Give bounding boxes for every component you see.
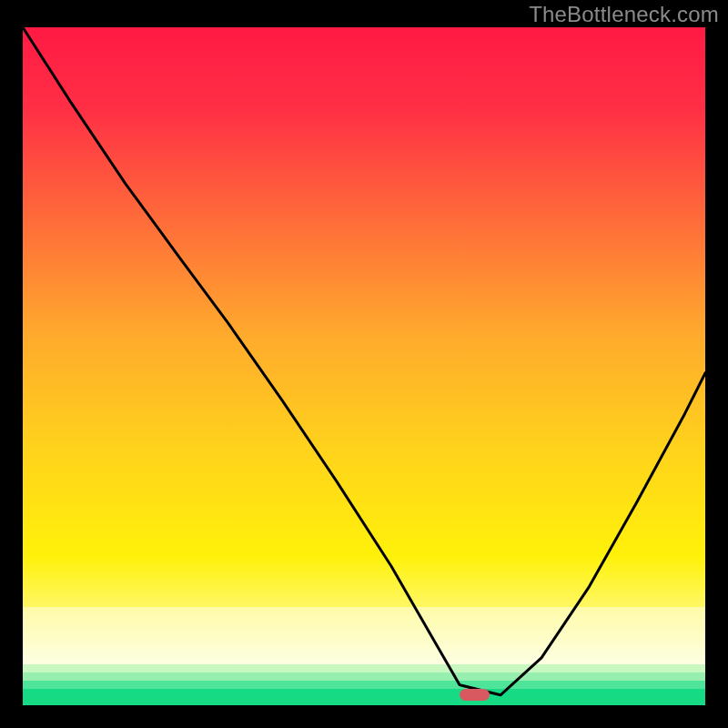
watermark-text: TheBottleneck.com (529, 2, 719, 27)
outer-frame: TheBottleneck.com (0, 0, 728, 728)
bottleneck-curve (23, 27, 705, 705)
plot-area (23, 27, 705, 705)
optimum-marker (460, 689, 490, 701)
